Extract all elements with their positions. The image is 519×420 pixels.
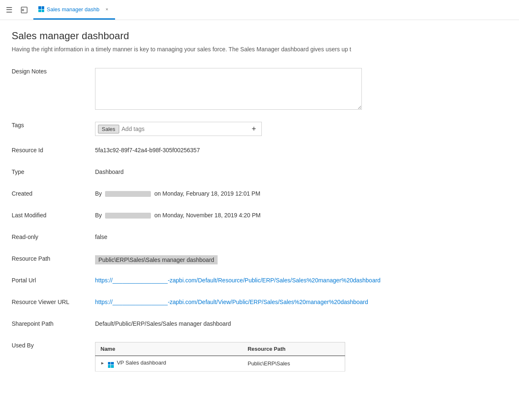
table-row: ► VP Sales dashboard Public\ERP\Sales <box>95 356 345 371</box>
hamburger-menu-button[interactable]: ☰ <box>3 4 15 16</box>
last-modified-user-redacted <box>105 213 151 219</box>
last-modified-value: By on Monday, November 18, 2019 4:20 PM <box>95 209 507 219</box>
page-subtitle: Having the right information in a timely… <box>12 45 507 54</box>
tags-container[interactable]: Sales Add tags + <box>95 122 262 136</box>
last-modified-label: Last Modified <box>12 209 95 219</box>
type-value: Dashboard <box>95 166 507 175</box>
readonly-label: Read-only <box>12 231 95 240</box>
content-area: Sales manager dashboard Having the right… <box>0 20 519 390</box>
last-modified-row: Last Modified By on Monday, November 18,… <box>12 209 507 223</box>
new-tab-button[interactable] <box>18 4 30 16</box>
portal-url-value: https://_________________-zapbi.com/Defa… <box>95 274 507 284</box>
portal-url-label: Portal Url <box>12 274 95 284</box>
tags-input-area[interactable]: Add tags <box>122 126 246 132</box>
created-row: Created By on Monday, February 18, 2019 … <box>12 188 507 201</box>
used-by-table: Name Resource Path ► VP <box>95 342 345 372</box>
readonly-value: false <box>95 231 507 240</box>
tags-placeholder: Add tags <box>122 126 145 132</box>
row-dashboard-icon <box>108 362 114 368</box>
type-row: Type Dashboard <box>12 166 507 179</box>
readonly-row: Read-only false <box>12 231 507 244</box>
used-by-path-header: Resource Path <box>243 342 345 356</box>
created-user-redacted <box>105 191 151 197</box>
resource-id-row: Resource Id 5fa13c92-89f7-42a4-b98f-305f… <box>12 144 507 158</box>
expand-row-icon[interactable]: ► <box>100 361 105 365</box>
last-modified-date-text: on Monday, November 18, 2019 4:20 PM <box>154 212 261 219</box>
toolbar: ☰ Sales manager dashb × <box>0 0 519 20</box>
used-by-name-text: VP Sales dashboard <box>117 360 166 366</box>
design-notes-value <box>95 65 507 111</box>
sharepoint-path-row: Sharepoint Path Default/Public/ERP/Sales… <box>12 318 507 331</box>
tab-sales-manager[interactable]: Sales manager dashb × <box>33 0 115 20</box>
design-notes-label: Design Notes <box>12 65 95 75</box>
created-label: Created <box>12 188 95 197</box>
resource-path-value: Public\ERP\Sales\Sales manager dashboard <box>95 253 507 264</box>
type-label: Type <box>12 166 95 175</box>
tags-value: Sales Add tags + <box>95 119 507 136</box>
sharepoint-path-label: Sharepoint Path <box>12 318 95 327</box>
resource-viewer-url-label: Resource Viewer URL <box>12 296 95 305</box>
resource-id-value: 5fa13c92-89f7-42a4-b98f-305f00256357 <box>95 144 507 153</box>
resource-path-text: Public\ERP\Sales\Sales manager dashboard <box>95 255 218 264</box>
tags-label: Tags <box>12 119 95 128</box>
tag-chip-sales: Sales <box>98 125 119 133</box>
resource-viewer-url-row: Resource Viewer URL https://____________… <box>12 296 507 309</box>
portal-url-row: Portal Url https://_________________-zap… <box>12 274 507 288</box>
tags-row: Tags Sales Add tags + <box>12 119 507 136</box>
design-notes-textarea[interactable] <box>95 68 362 110</box>
resource-id-label: Resource Id <box>12 144 95 153</box>
created-date-text: on Monday, February 18, 2019 12:01 PM <box>154 190 260 197</box>
resource-path-row: Resource Path Public\ERP\Sales\Sales man… <box>12 253 507 266</box>
resource-viewer-url-value: https://_________________-zapbi.com/Defa… <box>95 296 507 305</box>
last-modified-by-text: By <box>95 212 102 219</box>
used-by-table-header: Name Resource Path <box>95 342 345 356</box>
used-by-path-cell: Public\ERP\Sales <box>243 356 345 371</box>
created-by-text: By <box>95 190 102 197</box>
resource-viewer-url-link[interactable]: https://_________________-zapbi.com/Defa… <box>95 299 368 305</box>
used-by-row: Used By Name Resource Path ► <box>12 340 507 372</box>
portal-url-link[interactable]: https://_________________-zapbi.com/Defa… <box>95 277 381 284</box>
tab-close-button[interactable]: × <box>103 6 110 13</box>
created-value: By on Monday, February 18, 2019 12:01 PM <box>95 188 507 197</box>
sharepoint-path-value: Default/Public/ERP/Sales/Sales manager d… <box>95 318 507 327</box>
add-tag-button[interactable]: + <box>249 124 259 134</box>
used-by-name-cell: ► VP Sales dashboard <box>95 356 243 371</box>
tab-label: Sales manager dashb <box>47 6 99 13</box>
resource-path-label: Resource Path <box>12 253 95 262</box>
used-by-value: Name Resource Path ► VP <box>95 340 507 372</box>
used-by-label: Used By <box>12 340 95 349</box>
dashboard-tab-icon <box>38 6 44 12</box>
page-title: Sales manager dashboard <box>12 30 507 42</box>
design-notes-row: Design Notes <box>12 65 507 111</box>
used-by-name-header: Name <box>95 342 243 356</box>
